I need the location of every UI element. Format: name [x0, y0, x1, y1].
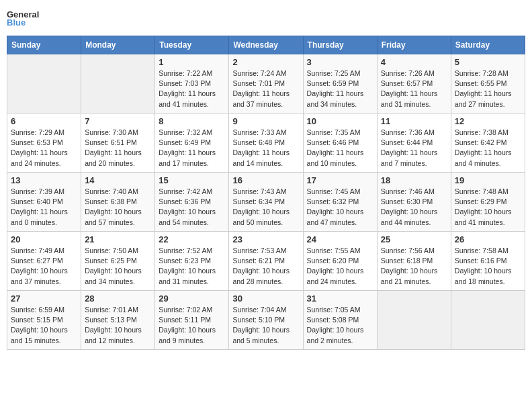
calendar-cell: 16Sunrise: 7:43 AMSunset: 6:34 PMDayligh… — [229, 173, 303, 232]
calendar-cell: 23Sunrise: 7:53 AMSunset: 6:21 PMDayligh… — [229, 232, 303, 291]
day-number: 13 — [11, 175, 77, 185]
calendar-week-row: 6Sunrise: 7:29 AMSunset: 6:53 PMDaylight… — [7, 113, 525, 173]
calendar-cell: 11Sunrise: 7:36 AMSunset: 6:44 PMDayligh… — [377, 113, 451, 173]
calendar-cell: 6Sunrise: 7:29 AMSunset: 6:53 PMDaylight… — [7, 113, 81, 173]
day-header-friday: Friday — [377, 36, 451, 54]
day-info: Sunrise: 7:36 AMSunset: 6:44 PMDaylight:… — [381, 128, 447, 169]
calendar-table: SundayMondayTuesdayWednesdayThursdayFrid… — [7, 36, 525, 350]
day-info: Sunrise: 7:32 AMSunset: 6:49 PMDaylight:… — [159, 128, 225, 169]
calendar-cell: 7Sunrise: 7:30 AMSunset: 6:51 PMDaylight… — [81, 113, 155, 173]
calendar-cell: 27Sunrise: 6:59 AMSunset: 5:15 PMDayligh… — [7, 291, 81, 350]
day-info: Sunrise: 7:56 AMSunset: 6:18 PMDaylight:… — [381, 246, 447, 287]
calendar-cell: 22Sunrise: 7:52 AMSunset: 6:23 PMDayligh… — [155, 232, 229, 291]
day-number: 21 — [85, 234, 151, 244]
day-number: 28 — [85, 293, 151, 304]
day-info: Sunrise: 7:43 AMSunset: 6:34 PMDaylight:… — [232, 187, 299, 228]
calendar-cell: 3Sunrise: 7:25 AMSunset: 6:59 PMDaylight… — [303, 54, 377, 113]
day-info: Sunrise: 7:01 AMSunset: 5:13 PMDaylight:… — [85, 305, 151, 346]
day-info: Sunrise: 7:48 AMSunset: 6:29 PMDaylight:… — [455, 187, 521, 228]
calendar-week-row: 20Sunrise: 7:49 AMSunset: 6:27 PMDayligh… — [7, 232, 525, 291]
calendar-cell: 8Sunrise: 7:32 AMSunset: 6:49 PMDaylight… — [155, 113, 229, 173]
day-info: Sunrise: 7:28 AMSunset: 6:55 PMDaylight:… — [455, 68, 521, 109]
day-info: Sunrise: 7:50 AMSunset: 6:25 PMDaylight:… — [85, 246, 151, 287]
day-number: 8 — [159, 116, 225, 126]
day-number: 27 — [11, 293, 77, 304]
calendar-week-row: 13Sunrise: 7:39 AMSunset: 6:40 PMDayligh… — [7, 173, 525, 232]
day-number: 12 — [455, 116, 521, 126]
day-number: 6 — [11, 116, 77, 126]
calendar-week-row: 27Sunrise: 6:59 AMSunset: 5:15 PMDayligh… — [7, 291, 525, 350]
day-number: 29 — [159, 293, 225, 304]
day-info: Sunrise: 7:46 AMSunset: 6:30 PMDaylight:… — [381, 187, 447, 228]
day-info: Sunrise: 7:24 AMSunset: 7:01 PMDaylight:… — [232, 68, 299, 109]
calendar-cell — [81, 54, 155, 113]
day-header-tuesday: Tuesday — [155, 36, 229, 54]
calendar-cell: 21Sunrise: 7:50 AMSunset: 6:25 PMDayligh… — [81, 232, 155, 291]
day-number: 1 — [159, 57, 225, 67]
day-info: Sunrise: 7:30 AMSunset: 6:51 PMDaylight:… — [85, 128, 151, 169]
day-number: 9 — [232, 116, 299, 126]
day-number: 22 — [159, 234, 225, 244]
logo-icon: General Blue — [7, 7, 54, 30]
day-info: Sunrise: 7:02 AMSunset: 5:11 PMDaylight:… — [159, 305, 225, 346]
calendar-cell: 28Sunrise: 7:01 AMSunset: 5:13 PMDayligh… — [81, 291, 155, 350]
day-number: 4 — [381, 57, 447, 67]
day-info: Sunrise: 7:26 AMSunset: 6:57 PMDaylight:… — [381, 68, 447, 109]
calendar-cell: 4Sunrise: 7:26 AMSunset: 6:57 PMDaylight… — [377, 54, 451, 113]
day-number: 30 — [232, 293, 299, 304]
day-info: Sunrise: 7:49 AMSunset: 6:27 PMDaylight:… — [11, 246, 77, 287]
day-info: Sunrise: 6:59 AMSunset: 5:15 PMDaylight:… — [11, 305, 77, 346]
calendar-cell: 9Sunrise: 7:33 AMSunset: 6:48 PMDaylight… — [229, 113, 303, 173]
day-number: 2 — [232, 57, 299, 67]
calendar-cell: 1Sunrise: 7:22 AMSunset: 7:03 PMDaylight… — [155, 54, 229, 113]
calendar-week-row: 1Sunrise: 7:22 AMSunset: 7:03 PMDaylight… — [7, 54, 525, 113]
calendar-cell: 13Sunrise: 7:39 AMSunset: 6:40 PMDayligh… — [7, 173, 81, 232]
day-number: 26 — [455, 234, 521, 244]
day-header-saturday: Saturday — [451, 36, 525, 54]
calendar-cell: 5Sunrise: 7:28 AMSunset: 6:55 PMDaylight… — [451, 54, 525, 113]
day-header-thursday: Thursday — [303, 36, 377, 54]
day-info: Sunrise: 7:05 AMSunset: 5:08 PMDaylight:… — [307, 305, 373, 346]
calendar-cell: 25Sunrise: 7:56 AMSunset: 6:18 PMDayligh… — [377, 232, 451, 291]
day-number: 10 — [307, 116, 373, 126]
day-number: 3 — [307, 57, 373, 67]
calendar-header-row: SundayMondayTuesdayWednesdayThursdayFrid… — [7, 36, 525, 54]
day-number: 15 — [159, 175, 225, 185]
day-number: 23 — [232, 234, 299, 244]
day-info: Sunrise: 7:38 AMSunset: 6:42 PMDaylight:… — [455, 128, 521, 169]
page-header: General Blue — [7, 7, 525, 30]
svg-text:Blue: Blue — [7, 17, 26, 28]
calendar-cell: 31Sunrise: 7:05 AMSunset: 5:08 PMDayligh… — [303, 291, 377, 350]
calendar-cell: 30Sunrise: 7:04 AMSunset: 5:10 PMDayligh… — [229, 291, 303, 350]
calendar-cell — [451, 291, 525, 350]
day-info: Sunrise: 7:45 AMSunset: 6:32 PMDaylight:… — [307, 187, 373, 228]
day-info: Sunrise: 7:35 AMSunset: 6:46 PMDaylight:… — [307, 128, 373, 169]
day-number: 5 — [455, 57, 521, 67]
calendar-cell: 10Sunrise: 7:35 AMSunset: 6:46 PMDayligh… — [303, 113, 377, 173]
calendar-cell: 20Sunrise: 7:49 AMSunset: 6:27 PMDayligh… — [7, 232, 81, 291]
calendar-cell: 17Sunrise: 7:45 AMSunset: 6:32 PMDayligh… — [303, 173, 377, 232]
day-info: Sunrise: 7:33 AMSunset: 6:48 PMDaylight:… — [232, 128, 299, 169]
day-number: 25 — [381, 234, 447, 244]
calendar-cell: 12Sunrise: 7:38 AMSunset: 6:42 PMDayligh… — [451, 113, 525, 173]
day-header-monday: Monday — [81, 36, 155, 54]
day-number: 31 — [307, 293, 373, 304]
calendar-cell: 2Sunrise: 7:24 AMSunset: 7:01 PMDaylight… — [229, 54, 303, 113]
day-number: 11 — [381, 116, 447, 126]
day-number: 7 — [85, 116, 151, 126]
day-header-sunday: Sunday — [7, 36, 81, 54]
calendar-cell — [377, 291, 451, 350]
calendar-cell — [7, 54, 81, 113]
day-header-wednesday: Wednesday — [229, 36, 303, 54]
calendar-cell: 26Sunrise: 7:58 AMSunset: 6:16 PMDayligh… — [451, 232, 525, 291]
calendar-cell: 14Sunrise: 7:40 AMSunset: 6:38 PMDayligh… — [81, 173, 155, 232]
day-info: Sunrise: 7:58 AMSunset: 6:16 PMDaylight:… — [455, 246, 521, 287]
day-info: Sunrise: 7:55 AMSunset: 6:20 PMDaylight:… — [307, 246, 373, 287]
day-number: 14 — [85, 175, 151, 185]
logo: General Blue — [7, 7, 54, 30]
calendar-cell: 15Sunrise: 7:42 AMSunset: 6:36 PMDayligh… — [155, 173, 229, 232]
day-info: Sunrise: 7:40 AMSunset: 6:38 PMDaylight:… — [85, 187, 151, 228]
day-info: Sunrise: 7:52 AMSunset: 6:23 PMDaylight:… — [159, 246, 225, 287]
day-info: Sunrise: 7:29 AMSunset: 6:53 PMDaylight:… — [11, 128, 77, 169]
calendar-cell: 24Sunrise: 7:55 AMSunset: 6:20 PMDayligh… — [303, 232, 377, 291]
